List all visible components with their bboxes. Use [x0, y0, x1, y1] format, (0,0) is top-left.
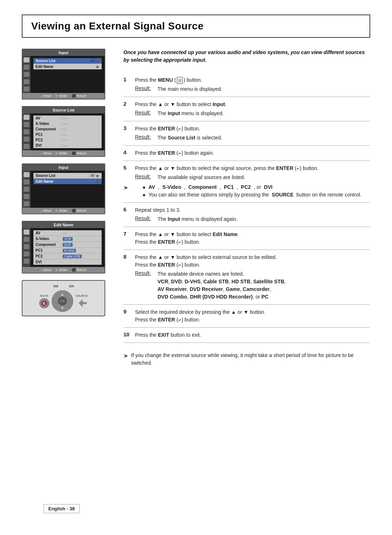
sidebar-icon-4 [24, 79, 29, 84]
panel4-content: AV : ---- S-Video : VCR Component : DVD [33, 230, 102, 265]
panel2-main: AV : ---- S-Video : ---- Component : ---… [30, 113, 105, 150]
remote-labels: Vol CH [53, 284, 74, 288]
sidebar-icon-3-2 [24, 179, 29, 185]
step-6-num: 6 [123, 206, 131, 212]
edit-row-pc1: PC1 : D-VHS [33, 248, 102, 254]
step-5: 5 Press the ▲ or ▼ button to select the … [123, 161, 370, 203]
sidebar-icon-3 [24, 72, 29, 77]
step-8-text: Press the ▲ or ▼ button to select extern… [135, 254, 370, 269]
step-5-result: Result: The available signal sources are… [123, 174, 370, 181]
step-7-num: 7 [123, 231, 131, 237]
step-10-num: 10 [123, 331, 131, 337]
mute-button: MUTE 🔇 [39, 294, 49, 308]
page-title: Viewing an External Signal Source [31, 20, 361, 32]
panel3-footer: ⬦ Move ↵ Enter ⬛ Return [23, 208, 105, 214]
dpad-arrows: ▲ ▼ [52, 290, 73, 312]
sidebar-icon-3-3 [24, 187, 29, 192]
step-1-num: 1 [123, 76, 131, 82]
panel4-header: Edit Name [23, 222, 105, 228]
step-10: 10 Press the EXIT button to exit. [123, 328, 370, 343]
step-2-row: 2 Press the ▲ or ▼ button to select Inpu… [123, 101, 370, 108]
step-1: 1 Press the MENU (|||) button. Result: T… [123, 73, 370, 97]
final-note-row: ➤ If you change the external source whil… [123, 352, 370, 367]
panel2-footer: ⬦ Move ↵ Enter ⬛ Return [23, 150, 105, 156]
step-10-row: 10 Press the EXIT button to exit. [123, 331, 370, 339]
panel3-row-source: Source List : AV ▶ [33, 173, 102, 179]
tv-sidebar-4 [23, 228, 30, 267]
panel1-header: Input [23, 49, 105, 56]
step-6-result: Result: The Input menu is displayed agai… [123, 215, 370, 223]
sidebar-icon-1 [24, 57, 29, 62]
tv-panel-3: Input Source List : AV [22, 163, 105, 214]
sidebar-icon-3-5 [24, 201, 29, 206]
step-3-row: 3 Press the ENTER (↵) button. [123, 125, 370, 133]
step-9-num: 9 [123, 308, 131, 315]
panel2-header: Source List [23, 107, 105, 113]
sidebar-icon-2-5 [24, 144, 29, 149]
remote-panel: Vol CH MUTE 🔇 OK [22, 280, 105, 316]
bullet-2: You can also set these options simply by… [143, 191, 362, 199]
source-button: SOURCE [75, 294, 88, 308]
step-3-num: 3 [123, 125, 131, 131]
dpad-down-icon: ▼ [60, 305, 65, 311]
edit-row-component: Component : DVD [33, 242, 102, 248]
sidebar-icon-4-2 [24, 237, 29, 242]
src-row-av: AV : ---- [33, 115, 102, 121]
dpad-up-icon: ▲ [60, 292, 65, 297]
sidebar-icon-2-3 [24, 129, 29, 134]
sidebar-icon-3-4 [24, 194, 29, 199]
page-footer: English - 38 [22, 497, 370, 513]
vol-label: Vol [53, 284, 58, 288]
bullet-1: AV, S-Video, Component, PC1, PC2, or DVI [143, 183, 362, 191]
step-1-text: Press the MENU (|||) button. [135, 76, 370, 84]
final-note-text: If you change the external source while … [131, 352, 370, 367]
panel3-content: Source List : AV ▶ Edit Name ▶ [33, 173, 102, 184]
remote-center: MUTE 🔇 OK ▲ ▼ [39, 290, 88, 312]
panel3-main: Source List : AV ▶ Edit Name ▶ [30, 171, 105, 208]
sidebar-icon-4-1 [24, 230, 29, 235]
page-wrapper: Viewing an External Signal Source Input [0, 0, 392, 535]
step-4-num: 4 [123, 149, 131, 155]
ch-label: CH [69, 284, 74, 288]
intro-paragraph: Once you have connected up your various … [123, 49, 370, 64]
panel3-row-edit: Edit Name ▶ [33, 179, 102, 184]
step-3: 3 Press the ENTER (↵) button. Result: Th… [123, 121, 370, 146]
step-4-text: Press the ENTER (↵) button again. [135, 149, 370, 157]
src-row-pc1: PC1 : ---- [33, 132, 102, 137]
mute-circle: 🔇 [39, 298, 49, 308]
edit-row-pc2: PC2 : Cable STB [33, 254, 102, 259]
final-note-arrow: ➤ [123, 352, 128, 360]
final-note-block: ➤ If you change the external source whil… [123, 349, 370, 368]
main-content: Input Source List : AV [22, 49, 370, 497]
src-row-dvi: DVI : ---- [33, 143, 102, 148]
step-7-text: Press the ▲ or ▼ button to select Edit N… [135, 231, 370, 246]
step-8-num: 8 [123, 254, 131, 260]
step-6-row: 6 Repeat steps 1 to 3. [123, 206, 370, 214]
src-row-pc2: PC2 : ---- [33, 137, 102, 143]
step-9-row: 9 Select the required device by pressing… [123, 308, 370, 324]
sidebar-icon-3-1 [24, 172, 29, 177]
left-panels: Input Source List : AV [22, 49, 105, 497]
step-5-bullets: AV, S-Video, Component, PC1, PC2, or DVI… [131, 183, 362, 199]
edit-row-svideo: S-Video : VCR [33, 236, 102, 242]
panel2-content: AV : ---- S-Video : ---- Component : ---… [33, 115, 102, 148]
tv-panel-4: Edit Name AV : ---- [22, 221, 105, 273]
edit-row-dvi: DVI : [33, 259, 102, 265]
step-9-text: Select the required device by pressing t… [135, 308, 370, 324]
step-2: 2 Press the ▲ or ▼ button to select Inpu… [123, 97, 370, 121]
panel3-header: Input [23, 164, 105, 171]
step-7-row: 7 Press the ▲ or ▼ button to select Edit… [123, 231, 370, 246]
source-label: SOURCE [75, 294, 88, 297]
step-3-result: Result: The Source List is selected. [123, 134, 370, 142]
sidebar-icon-2-2 [24, 122, 29, 127]
sidebar-icon-4-4 [24, 251, 29, 256]
step-5-note-1: ➤ AV, S-Video, Component, PC1, PC2, or D… [123, 183, 370, 199]
step-6: 6 Repeat steps 1 to 3. Result: The Input… [123, 203, 370, 227]
step-5-num: 5 [123, 165, 131, 171]
panel4-footer: ⬦ Move ↵ Enter ⬛ Return [23, 267, 105, 273]
footer-page-number: English - 38 [44, 504, 79, 513]
panel1-row-edit: Edit Name ▶ [33, 64, 102, 69]
panel1-footer: ⬦ Move ↵ Enter ⬛ Return [23, 93, 105, 99]
panel4-main: AV : ---- S-Video : VCR Component : DVD [30, 228, 105, 267]
tv-sidebar-1 [23, 56, 30, 93]
